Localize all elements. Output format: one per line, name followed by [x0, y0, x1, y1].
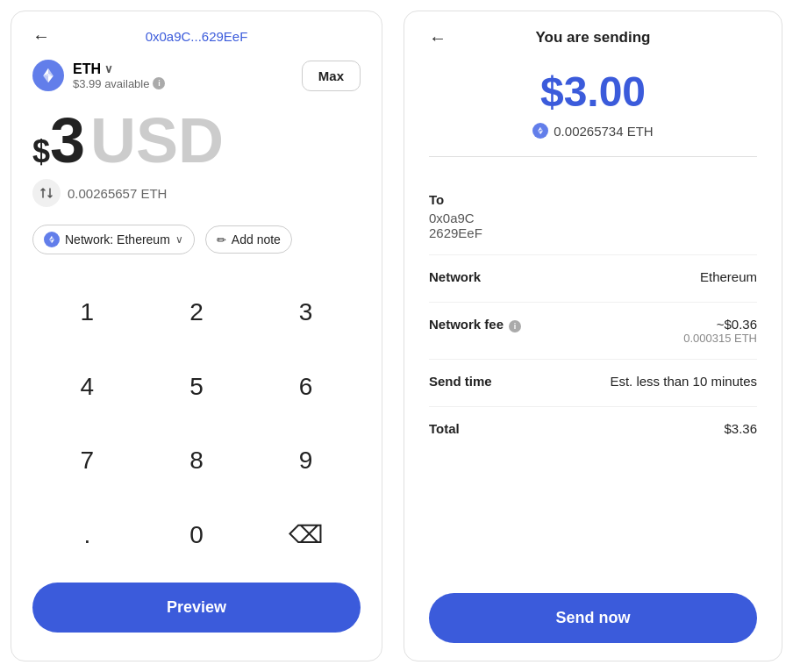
- to-label: To: [429, 192, 757, 207]
- svg-marker-11: [538, 127, 540, 131]
- svg-marker-12: [540, 131, 543, 134]
- top-nav-right: ← You are sending: [429, 29, 757, 46]
- fee-label-row: Network fee i: [429, 317, 521, 335]
- svg-marker-13: [538, 131, 540, 134]
- add-note-button[interactable]: ✏ Add note: [205, 225, 292, 254]
- svg-marker-3: [43, 75, 48, 82]
- key-1[interactable]: 1: [32, 275, 142, 350]
- svg-marker-7: [49, 236, 52, 239]
- right-panel: ← You are sending $3.00 0.00265734 ETH T…: [404, 11, 782, 661]
- to-address-line2: 2629EeF: [429, 225, 757, 240]
- send-amount-usd: $3.00: [429, 68, 757, 116]
- network-value: Ethereum: [700, 269, 757, 284]
- eth-logo-icon: [39, 67, 57, 84]
- fee-info-icon[interactable]: i: [509, 320, 521, 332]
- network-button[interactable]: Network: Ethereum ∨: [32, 225, 195, 254]
- swap-icon[interactable]: [32, 179, 61, 207]
- to-address-line1: 0x0a9C: [429, 211, 757, 225]
- key-2[interactable]: 2: [142, 275, 252, 350]
- svg-marker-2: [48, 75, 54, 82]
- fee-label: Network fee: [429, 317, 504, 332]
- eth-icon: [32, 60, 64, 91]
- left-panel: ← 0x0a9C...629EeF ETH: [11, 11, 382, 661]
- key-5[interactable]: 5: [142, 350, 252, 425]
- send-now-button[interactable]: Send now: [429, 593, 757, 643]
- token-row: ETH ∨ $3.99 available i Max: [32, 60, 361, 91]
- token-available: $3.99 available i: [73, 77, 165, 90]
- amount-currency: USD: [90, 109, 224, 172]
- fee-usd: ~$0.36: [683, 317, 757, 332]
- fee-row: Network fee i ~$0.36 0.000315 ETH: [429, 303, 757, 360]
- preview-button[interactable]: Preview: [32, 583, 361, 633]
- send-amount-eth: 0.00265734 ETH: [554, 124, 653, 139]
- total-row: Total $3.36: [429, 407, 757, 454]
- token-info[interactable]: ETH ∨ $3.99 available i: [32, 60, 165, 91]
- dollar-sign: $: [32, 133, 50, 170]
- time-label: Send time: [429, 374, 492, 389]
- network-eth-icon: [44, 232, 60, 247]
- svg-marker-9: [49, 239, 52, 243]
- key-9[interactable]: 9: [251, 424, 361, 498]
- time-value: Est. less than 10 minutes: [610, 374, 757, 389]
- max-button[interactable]: Max: [302, 61, 361, 91]
- network-row: Network Ethereum: [429, 255, 757, 303]
- info-icon[interactable]: i: [153, 77, 165, 89]
- conversion-row: 0.00265657 ETH: [32, 179, 361, 207]
- token-name: ETH ∨: [73, 61, 165, 77]
- token-chevron: ∨: [104, 62, 113, 75]
- key-3[interactable]: 3: [251, 275, 361, 350]
- to-row: To 0x0a9C 2629EeF: [429, 178, 757, 255]
- eth-logo-right: [536, 126, 545, 135]
- fee-values: ~$0.36 0.000315 ETH: [683, 317, 757, 345]
- conversion-text: 0.00265657 ETH: [68, 186, 167, 201]
- fee-eth: 0.000315 ETH: [683, 332, 757, 345]
- amount-number: 3: [50, 109, 85, 172]
- key-4[interactable]: 4: [32, 350, 142, 425]
- svg-marker-8: [52, 239, 54, 243]
- top-nav-left: ← 0x0a9C...629EeF: [32, 29, 361, 44]
- key-backspace[interactable]: ⌫: [251, 498, 361, 573]
- network-label: Network: [429, 269, 481, 284]
- total-value: $3.36: [724, 421, 757, 436]
- amount-display: $ 3 USD: [32, 109, 361, 172]
- key-0[interactable]: 0: [142, 498, 252, 573]
- address-display[interactable]: 0x0a9C...629EeF: [146, 29, 248, 44]
- eth-icon-right: [532, 123, 548, 139]
- key-6[interactable]: 6: [251, 350, 361, 425]
- svg-marker-6: [52, 236, 54, 239]
- options-row: Network: Ethereum ∨ ✏ Add note: [32, 225, 361, 254]
- network-chevron-icon: ∨: [175, 233, 183, 246]
- network-eth-logo: [47, 235, 56, 244]
- key-7[interactable]: 7: [32, 424, 142, 498]
- key-dot[interactable]: .: [32, 498, 142, 573]
- total-label: Total: [429, 421, 460, 436]
- svg-marker-10: [540, 127, 543, 131]
- send-amount-eth-row: 0.00265734 ETH: [429, 123, 757, 157]
- pencil-icon: ✏: [217, 233, 226, 247]
- time-row: Send time Est. less than 10 minutes: [429, 360, 757, 407]
- sending-title: You are sending: [536, 29, 651, 46]
- key-8[interactable]: 8: [142, 424, 252, 498]
- detail-rows: To 0x0a9C 2629EeF Network Ethereum Netwo…: [429, 178, 757, 454]
- back-arrow-left[interactable]: ←: [32, 26, 50, 46]
- keypad: 1 2 3 4 5 6 7 8 9 . 0 ⌫: [32, 275, 361, 572]
- token-text: ETH ∨ $3.99 available i: [73, 61, 165, 90]
- back-arrow-right[interactable]: ←: [429, 28, 447, 48]
